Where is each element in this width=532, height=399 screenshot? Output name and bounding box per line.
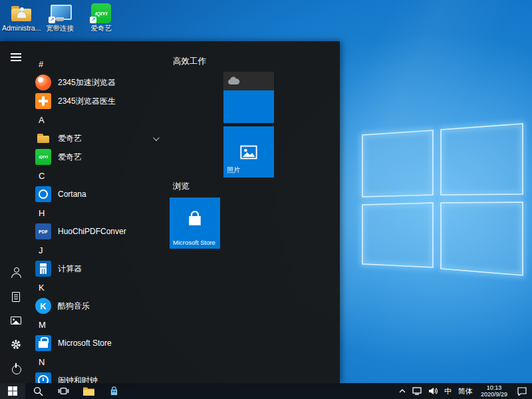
tile-microsoft-store[interactable]: Microsoft Store [170, 198, 220, 249]
search-icon [33, 386, 43, 396]
action-center-icon [517, 387, 527, 396]
settings-button[interactable] [0, 332, 32, 356]
network-icon [412, 387, 422, 395]
monitor-connection-icon [48, 3, 72, 23]
desktop-icon-broadband[interactable]: 宽带连接 [41, 3, 79, 32]
pictures-button[interactable] [0, 309, 32, 332]
app-list-letter[interactable]: H [32, 203, 170, 222]
desktop-icon-label: 爱奇艺 [82, 25, 120, 32]
start-menu-rail [0, 41, 32, 383]
desktop-icon-administrator[interactable]: Administra... [2, 3, 41, 32]
tile-group-title[interactable]: 浏览 [173, 181, 190, 192]
iqiyi-icon [35, 149, 51, 165]
cloud-band [223, 72, 274, 90]
ime-language-button[interactable]: 中 [441, 383, 455, 399]
start-menu: # 2345加速浏览器 2345浏览器医生 A 爱奇艺 爱奇艺 [0, 41, 340, 383]
user-account-button[interactable] [0, 261, 32, 285]
tray-overflow-button[interactable] [396, 383, 409, 399]
windows-logo-icon [8, 386, 17, 396]
2345-browser-icon [35, 74, 51, 90]
volume-tray-button[interactable] [425, 383, 441, 399]
letter-label: N [39, 357, 45, 367]
app-list-item[interactable]: Microsoft Store [32, 334, 170, 352]
letter-label: M [39, 320, 46, 330]
app-list-letter[interactable]: M [32, 315, 170, 334]
alarm-clock-icon [35, 372, 51, 383]
clock-tray-button[interactable]: 10:13 2020/9/29 [476, 383, 512, 399]
store-bag-icon [109, 386, 119, 396]
desktop-icon-label: 宽带连接 [41, 25, 79, 32]
app-list-item[interactable]: 爱奇艺 [32, 148, 170, 166]
app-list-letter[interactable]: N [32, 352, 170, 371]
documents-button[interactable] [0, 285, 32, 309]
app-list-item[interactable]: Cortana [32, 185, 170, 203]
microsoft-store-taskbar-button[interactable] [101, 383, 126, 399]
hamburger-menu-icon [11, 53, 21, 61]
desktop-icon-iqiyi[interactable]: 爱奇艺 [82, 3, 120, 32]
file-explorer-button[interactable] [76, 383, 101, 399]
kugou-music-icon [35, 298, 51, 314]
app-label: 2345加速浏览器 [58, 77, 116, 88]
app-label: 计算器 [58, 263, 82, 275]
tray-date: 2020/9/29 [481, 391, 507, 398]
microsoft-store-icon [35, 335, 51, 351]
document-icon [12, 292, 20, 302]
chevron-up-icon [399, 389, 406, 393]
app-label: HuoChiPDFConver [58, 227, 126, 236]
app-list-item[interactable]: 2345加速浏览器 [32, 73, 170, 92]
task-view-button[interactable] [51, 383, 76, 399]
shortcut-arrow-icon [90, 17, 96, 23]
letter-label: C [39, 171, 45, 181]
network-tray-button[interactable] [409, 383, 425, 399]
search-button[interactable] [25, 383, 51, 399]
app-list-letter[interactable]: J [32, 241, 170, 259]
letter-label: J [39, 245, 43, 255]
app-list-item[interactable]: 计算器 [32, 259, 170, 278]
letter-label: # [39, 59, 43, 69]
user-icon [11, 267, 21, 278]
letter-label: K [39, 283, 45, 293]
app-label: Microsoft Store [58, 338, 112, 348]
system-tray: 中 简体 10:13 2020/9/29 [396, 383, 532, 399]
gear-icon [11, 339, 21, 350]
tile-label: 照片 [227, 166, 240, 175]
app-list-folder[interactable]: 爱奇艺 [32, 129, 170, 148]
app-label: Cortana [58, 190, 86, 199]
folder-icon [83, 386, 94, 396]
ime-mode-button[interactable]: 简体 [455, 383, 476, 399]
app-list-item[interactable]: HuoChiPDFConver [32, 222, 170, 241]
tile-cloud[interactable] [223, 72, 274, 123]
desktop-icon-label: Administra... [2, 25, 41, 32]
app-label: 2345浏览器医生 [58, 96, 116, 107]
expand-menu-button[interactable] [0, 45, 32, 69]
app-list-item[interactable]: 2345浏览器医生 [32, 92, 170, 110]
app-label: 爱奇艺 [58, 152, 82, 163]
app-label: 爱奇艺 [58, 133, 82, 144]
shortcut-arrow-icon [49, 17, 55, 23]
app-list-letter[interactable]: A [32, 110, 170, 129]
start-button[interactable] [0, 383, 25, 399]
tile-photos[interactable]: 照片 [223, 126, 274, 178]
letter-label: A [39, 115, 45, 125]
app-list-item[interactable]: 闹钟和时钟 [32, 371, 170, 383]
start-app-list: # 2345加速浏览器 2345浏览器医生 A 爱奇艺 爱奇艺 [32, 55, 170, 383]
app-label: 酷狗音乐 [58, 301, 90, 312]
app-list-letter[interactable]: # [32, 55, 170, 73]
cortana-icon [35, 186, 51, 202]
calculator-icon [35, 261, 51, 277]
user-folder-icon [9, 3, 33, 23]
tile-group-title[interactable]: 高效工作 [173, 56, 206, 67]
power-button[interactable] [0, 356, 32, 380]
app-list-item[interactable]: 酷狗音乐 [32, 297, 170, 315]
app-list-letter[interactable]: C [32, 166, 170, 185]
power-icon [11, 363, 21, 374]
folder-icon [35, 130, 51, 146]
task-view-icon [58, 386, 69, 396]
app-list-letter[interactable]: K [32, 278, 170, 297]
action-center-button[interactable] [512, 383, 532, 399]
desktop-screen: Administra... 宽带连接 爱奇艺 [0, 0, 532, 399]
pictures-icon [11, 317, 21, 325]
tray-time: 10:13 [487, 384, 502, 391]
chevron-down-icon [153, 134, 160, 141]
speaker-icon [428, 387, 438, 395]
